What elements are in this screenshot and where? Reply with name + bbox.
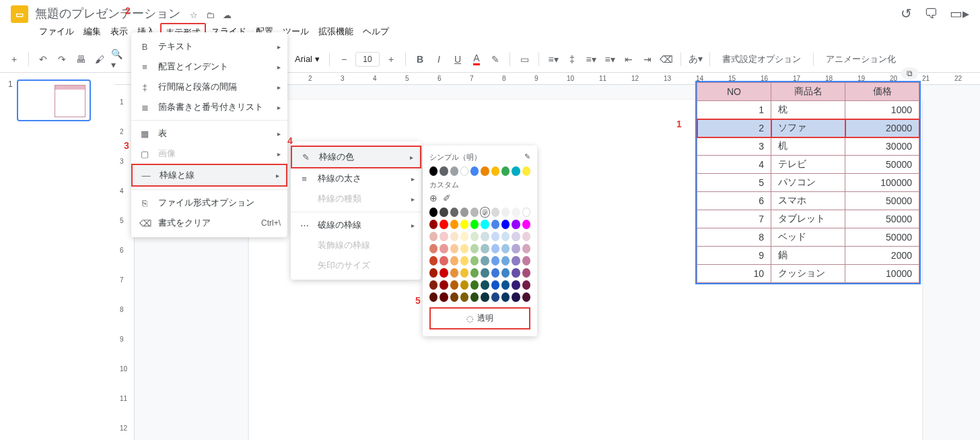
color-swatch[interactable] — [522, 280, 530, 290]
font-selector[interactable]: Arial ▾ — [292, 54, 322, 64]
color-swatch[interactable] — [512, 292, 520, 302]
add-custom-color-icon[interactable]: ⊕ — [429, 193, 438, 203]
color-swatch[interactable] — [522, 232, 530, 241]
italic-button[interactable]: I — [431, 52, 446, 67]
menu-item-行間隔と段落の間隔[interactable]: ‡行間隔と段落の間隔▸ — [131, 77, 287, 97]
color-swatch[interactable] — [512, 208, 520, 217]
table-row[interactable]: 3机30000 — [697, 137, 919, 156]
color-swatch[interactable] — [491, 232, 499, 241]
table-row[interactable]: 9鍋2000 — [697, 247, 919, 265]
color-swatch[interactable] — [501, 232, 510, 241]
color-swatch[interactable] — [450, 292, 458, 302]
indent-decrease-button[interactable]: ⇤ — [621, 52, 636, 67]
color-swatch[interactable] — [481, 256, 489, 265]
indent-increase-button[interactable]: ⇥ — [640, 52, 655, 67]
color-swatch[interactable] — [491, 208, 499, 217]
color-swatch[interactable] — [470, 232, 479, 241]
line-spacing-button[interactable]: ‡ — [565, 52, 580, 67]
menu-拡張機能[interactable]: 拡張機能 — [314, 23, 357, 43]
color-swatch[interactable] — [481, 268, 489, 278]
menu-item-箇条書きと番号付きリスト[interactable]: ≣箇条書きと番号付きリスト▸ — [131, 97, 287, 117]
color-swatch[interactable] — [429, 208, 438, 217]
table-row[interactable]: 2ソファ20000 — [697, 119, 919, 137]
color-swatch[interactable] — [460, 256, 468, 265]
color-swatch[interactable] — [460, 208, 468, 217]
color-swatch[interactable] — [460, 244, 468, 253]
color-swatch[interactable] — [429, 292, 438, 302]
bulleted-list-button[interactable]: ≡▾ — [602, 52, 617, 67]
submenu-item-枠線の色[interactable]: ✎枠線の色▸ — [291, 146, 421, 168]
present-icon[interactable]: ▭▸ — [950, 5, 969, 22]
color-swatch[interactable] — [501, 208, 510, 217]
clear-format-button[interactable]: ⌫ — [659, 52, 674, 67]
color-swatch[interactable] — [429, 256, 438, 265]
color-swatch[interactable] — [512, 232, 520, 241]
menu-編集[interactable]: 編集 — [79, 23, 105, 43]
format-options-button[interactable]: 書式設定オプション — [717, 51, 806, 68]
color-swatch[interactable] — [481, 166, 489, 176]
comment-icon[interactable]: 🗨 — [924, 6, 938, 22]
slide-thumbnail-1[interactable] — [17, 80, 91, 121]
color-swatch[interactable] — [470, 280, 479, 290]
menu-item-表[interactable]: ▦表▸ — [131, 123, 287, 144]
color-swatch[interactable] — [491, 292, 499, 302]
doc-title[interactable]: 無題のプレゼンテーション — [35, 5, 180, 22]
bold-button[interactable]: B — [413, 52, 427, 67]
numbered-list-button[interactable]: ≡▾ — [584, 52, 598, 67]
color-swatch[interactable] — [429, 220, 438, 229]
color-swatch[interactable] — [440, 244, 448, 253]
highlight-button[interactable]: ✎ — [488, 52, 503, 67]
color-swatch[interactable] — [491, 220, 499, 229]
color-swatch[interactable] — [491, 280, 499, 290]
color-swatch[interactable] — [450, 244, 458, 253]
color-swatch[interactable] — [512, 244, 520, 253]
color-swatch[interactable] — [512, 280, 520, 290]
animation-button[interactable]: アニメーション化 — [820, 51, 901, 68]
slide-table-selection[interactable]: NO商品名価格1枕10002ソファ200003机300004テレビ500005パ… — [695, 81, 921, 284]
color-swatch[interactable] — [440, 292, 448, 302]
submenu-item-枠線の太さ[interactable]: ≡枠線の太さ▸ — [291, 168, 421, 189]
color-swatch[interactable] — [522, 292, 530, 302]
color-swatch[interactable] — [501, 292, 510, 302]
color-swatch[interactable] — [522, 220, 530, 229]
color-swatch[interactable] — [470, 220, 479, 229]
table-header[interactable]: NO — [697, 83, 771, 101]
color-swatch[interactable] — [450, 280, 458, 290]
color-swatch[interactable] — [429, 166, 438, 176]
color-swatch[interactable] — [440, 280, 448, 290]
color-swatch[interactable] — [460, 232, 468, 241]
edit-theme-icon[interactable]: ✎ — [524, 152, 530, 162]
color-swatch[interactable] — [512, 256, 520, 265]
menu-item-テキスト[interactable]: Bテキスト▸ — [131, 36, 287, 57]
eyedropper-icon[interactable]: ✐ — [443, 193, 451, 203]
move-icon[interactable]: 🗀 — [206, 10, 215, 20]
color-swatch[interactable] — [470, 244, 479, 253]
cloud-icon[interactable]: ☁ — [223, 10, 232, 20]
history-icon[interactable]: ↺ — [901, 5, 912, 22]
table-row[interactable]: 6スマホ50000 — [697, 192, 919, 210]
table-row[interactable]: 5パソコン100000 — [697, 174, 919, 192]
paint-format-button[interactable]: 🖌 — [92, 52, 107, 67]
color-swatch[interactable] — [440, 256, 448, 265]
menu-item-ファイル形式オプション[interactable]: ⎘ファイル形式オプション — [131, 193, 287, 213]
color-swatch[interactable] — [491, 166, 499, 176]
menu-ヘルプ[interactable]: ヘルプ — [359, 23, 393, 43]
color-swatch[interactable] — [460, 292, 468, 302]
submenu-item-破線の枠線[interactable]: ⋯破線の枠線▸ — [291, 215, 421, 235]
color-swatch[interactable] — [460, 166, 468, 176]
table-row[interactable]: 1枕1000 — [697, 101, 919, 119]
color-swatch[interactable] — [522, 166, 530, 176]
color-swatch[interactable] — [429, 280, 438, 290]
color-swatch[interactable] — [481, 244, 489, 253]
color-swatch[interactable] — [491, 256, 499, 265]
color-swatch[interactable] — [491, 244, 499, 253]
menu-表示[interactable]: 表示 — [106, 23, 132, 43]
table-row[interactable]: 7タブレット50000 — [697, 210, 919, 228]
color-swatch[interactable] — [512, 268, 520, 278]
new-slide-button[interactable]: + — [7, 52, 22, 67]
link-indicator[interactable]: ⧉ — [901, 67, 918, 80]
color-swatch[interactable] — [501, 166, 510, 176]
color-swatch[interactable] — [501, 220, 510, 229]
color-swatch[interactable]: ✓ — [481, 208, 489, 217]
underline-button[interactable]: U — [450, 52, 465, 67]
